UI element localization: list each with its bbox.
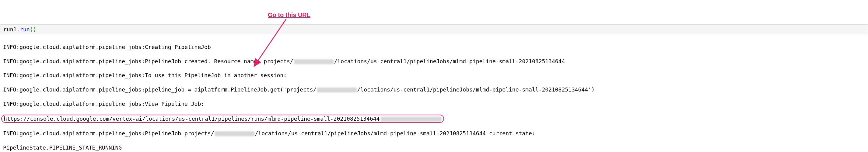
redacted-project-id	[317, 87, 357, 92]
log-line: INFO:google.cloud.aiplatform.pipeline_jo…	[3, 58, 865, 65]
log-line: INFO:google.cloud.aiplatform.pipeline_jo…	[3, 100, 865, 107]
redacted-project-id	[215, 131, 254, 136]
code-parens: ()	[30, 26, 36, 33]
pipeline-url-link[interactable]: https://console.cloud.google.com/vertex-…	[4, 116, 379, 122]
url-log-line: https://console.cloud.google.com/vertex-…	[3, 115, 865, 123]
redacted-query-params	[381, 117, 442, 122]
code-object: run1	[3, 26, 17, 33]
code-input-cell: run1.run()	[0, 24, 868, 34]
output-area: INFO:google.cloud.aiplatform.pipeline_jo…	[0, 36, 868, 152]
log-line: INFO:google.cloud.aiplatform.pipeline_jo…	[3, 86, 865, 93]
redacted-project-id	[294, 59, 334, 64]
highlighted-url-oval: https://console.cloud.google.com/vertex-…	[1, 115, 444, 123]
code-method: run	[20, 26, 30, 33]
annotation-label: Go to this URL	[268, 11, 310, 19]
code-dot: .	[17, 26, 20, 33]
log-line: INFO:google.cloud.aiplatform.pipeline_jo…	[3, 130, 865, 137]
log-line: INFO:google.cloud.aiplatform.pipeline_jo…	[3, 43, 865, 50]
log-line: INFO:google.cloud.aiplatform.pipeline_jo…	[3, 72, 865, 79]
log-line-state: PipelineState.PIPELINE_STATE_RUNNING	[3, 144, 865, 151]
